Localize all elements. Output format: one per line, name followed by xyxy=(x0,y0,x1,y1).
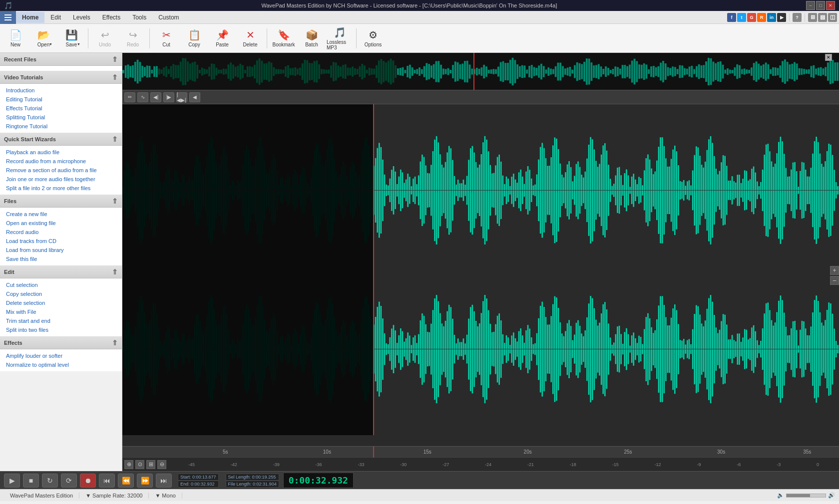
delete-button[interactable]: ✕ Delete xyxy=(237,25,264,51)
link-mix-with-file[interactable]: Mix with File xyxy=(0,307,122,316)
menu-effects[interactable]: Effects xyxy=(96,12,126,23)
link-copy-selection[interactable]: Copy selection xyxy=(0,289,122,298)
icon-2[interactable]: ▤ xyxy=(818,13,827,22)
link-create-new-file[interactable]: Create a new file xyxy=(0,210,122,219)
paste-button[interactable]: 📌 Paste xyxy=(209,25,236,51)
undo-button[interactable]: ↩ Undo xyxy=(91,25,118,51)
close-button[interactable]: ✕ xyxy=(826,1,835,10)
twitter-icon[interactable]: t xyxy=(737,13,746,22)
link-load-sound-library[interactable]: Load from sound library xyxy=(0,246,122,254)
files-header[interactable]: Files ⇑ xyxy=(0,195,122,208)
edit-title: Edit xyxy=(4,269,14,275)
open-button[interactable]: 📂 Open ▼ xyxy=(30,25,57,51)
scroll-left-tool[interactable]: ◀ xyxy=(189,92,200,102)
youtube-icon[interactable]: ▶ xyxy=(777,13,786,22)
minimize-button[interactable]: – xyxy=(806,1,815,10)
cut-button[interactable]: ✂ Cut xyxy=(153,25,180,51)
link-normalize[interactable]: Normalize to optimal level xyxy=(0,360,122,369)
linkedin-icon[interactable]: in xyxy=(767,13,776,22)
fast-forward-button[interactable]: ⏩ xyxy=(137,474,153,488)
facebook-icon[interactable]: f xyxy=(727,13,736,22)
main-waveform[interactable]: + – xyxy=(122,104,839,446)
link-effects-tutorial[interactable]: Effects Tutorial xyxy=(0,104,122,113)
lossless-mp3-button[interactable]: 🎵 Lossless MP3 xyxy=(326,25,353,51)
channels-status: ▼ Mono xyxy=(149,493,182,499)
effects-header[interactable]: Effects ⇑ xyxy=(0,336,122,349)
link-split-two-files[interactable]: Split into two files xyxy=(0,325,122,334)
link-delete-selection[interactable]: Delete selection xyxy=(0,298,122,307)
link-splitting-tutorial[interactable]: Splitting Tutorial xyxy=(0,113,122,122)
separator-2 xyxy=(149,28,150,48)
loop-button[interactable]: ↻ xyxy=(42,474,58,488)
zoom-out-button[interactable]: – xyxy=(830,276,839,285)
timeline-marker-25s: 25s xyxy=(624,449,632,455)
recent-files-header[interactable]: Recent Files ⇑ xyxy=(0,53,122,66)
link-trim-start-end[interactable]: Trim start and end xyxy=(0,316,122,325)
timeline-marker-10s: 10s xyxy=(323,449,331,455)
vu-label-m15: -15 xyxy=(612,462,619,467)
maximize-button[interactable]: □ xyxy=(816,1,825,10)
menu-levels[interactable]: Levels xyxy=(67,12,96,23)
stop-button[interactable]: ■ xyxy=(23,474,39,488)
link-save-file[interactable]: Save this file xyxy=(0,254,122,263)
panel-close-button[interactable]: ✕ xyxy=(825,54,832,61)
overview-waveform[interactable] xyxy=(122,53,839,90)
playback-bar: ▶ ■ ↻ ⟳ ⏺ ⏮ ⏪ ⏩ ⏭ Start: 0:00:13.677 End… xyxy=(0,471,839,489)
options-button[interactable]: ⚙ Options xyxy=(360,25,387,51)
link-join-files[interactable]: Join one or more audio files together xyxy=(0,175,122,184)
quick-start-header[interactable]: Quick Start Wizards ⇑ xyxy=(0,133,122,146)
edit-header[interactable]: Edit ⇑ xyxy=(0,265,122,278)
vu-label-m6: -6 xyxy=(737,462,741,467)
link-playback-audio[interactable]: Playback an audio file xyxy=(0,148,122,157)
link-ringtone-tutorial[interactable]: Ringtone Tutorial xyxy=(0,122,122,131)
next-button[interactable]: ⏭ xyxy=(156,474,172,488)
batch-button[interactable]: 📦 Batch xyxy=(298,25,325,51)
link-introduction[interactable]: Introduction xyxy=(0,86,122,95)
link-cut-selection[interactable]: Cut selection xyxy=(0,280,122,289)
link-record-audio[interactable]: Record audio xyxy=(0,228,122,237)
bookmark-label: Bookmark xyxy=(272,42,295,47)
bookmark-button[interactable]: 🔖 Bookmark xyxy=(270,25,297,51)
link-remove-section[interactable]: Remove a section of audio from a file xyxy=(0,166,122,175)
hamburger-menu[interactable] xyxy=(0,11,16,24)
zoom-out-btn[interactable]: ⊖ xyxy=(157,460,166,469)
menu-custom[interactable]: Custom xyxy=(152,12,185,23)
menu-edit[interactable]: Edit xyxy=(44,12,67,23)
menu-home[interactable]: Home xyxy=(16,12,44,23)
save-button[interactable]: 💾 Save ▼ xyxy=(58,25,85,51)
prev-button[interactable]: ⏮ xyxy=(99,474,115,488)
marker-mid-tool[interactable]: |◀▶| xyxy=(176,92,187,102)
wave-tool[interactable]: ∿ xyxy=(137,92,148,102)
zoom-in-button[interactable]: + xyxy=(830,266,839,275)
quick-start-links: Playback an audio file Record audio from… xyxy=(0,146,122,195)
new-button[interactable]: 📄 New xyxy=(2,25,29,51)
rss-icon[interactable]: R xyxy=(757,13,766,22)
zoom-in-btn[interactable]: ⊕ xyxy=(124,460,133,469)
icon-1[interactable]: ⊞ xyxy=(808,13,817,22)
redo-button[interactable]: ↪ Redo xyxy=(119,25,146,51)
icon-3[interactable]: ◫ xyxy=(828,13,837,22)
link-editing-tutorial[interactable]: Editing Tutorial xyxy=(0,95,122,104)
link-load-tracks-cd[interactable]: Load tracks from CD xyxy=(0,237,122,246)
zoom-reset-btn[interactable]: ⊙ xyxy=(135,460,144,469)
rewind-button[interactable]: ⏪ xyxy=(118,474,134,488)
video-tutorials-header[interactable]: Video Tutorials ⇑ xyxy=(0,71,122,84)
link-open-existing-file[interactable]: Open an existing file xyxy=(0,219,122,228)
menu-tools[interactable]: Tools xyxy=(126,12,152,23)
loop-region-button[interactable]: ⟳ xyxy=(61,474,77,488)
volume-slider[interactable] xyxy=(786,494,826,498)
play-button[interactable]: ▶ xyxy=(4,474,20,488)
zoom-fit-btn[interactable]: ⊞ xyxy=(146,460,155,469)
link-record-microphone[interactable]: Record audio from a microphone xyxy=(0,157,122,166)
marker-left-tool[interactable]: ◀| xyxy=(150,92,161,102)
link-split-file[interactable]: Split a file into 2 or more other files xyxy=(0,184,122,193)
marker-right-tool[interactable]: |▶ xyxy=(163,92,174,102)
help-icon[interactable]: ? xyxy=(793,13,802,22)
link-amplify[interactable]: Amplify louder or softer xyxy=(0,351,122,360)
google-icon[interactable]: G xyxy=(747,13,756,22)
undo-icon: ↩ xyxy=(101,29,109,41)
files-title: Files xyxy=(4,198,16,204)
pencil-tool[interactable]: ✏ xyxy=(124,92,135,102)
copy-button[interactable]: 📋 Copy xyxy=(181,25,208,51)
record-button[interactable]: ⏺ xyxy=(80,474,96,488)
